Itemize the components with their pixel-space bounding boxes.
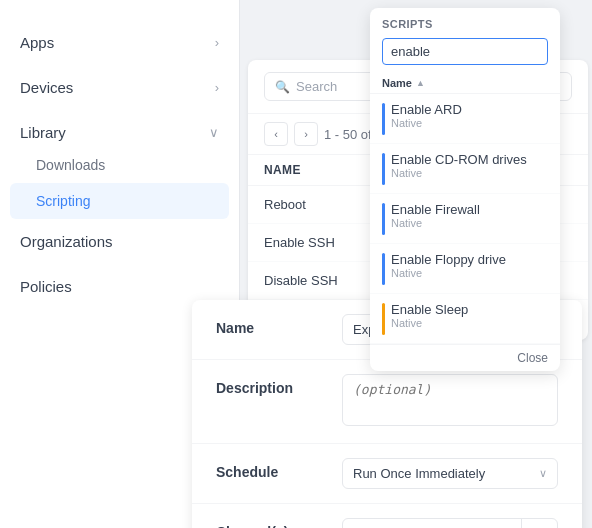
script-type: Native xyxy=(391,217,548,229)
form-label-schedule: Schedule xyxy=(216,458,326,480)
script-name: Enable Firewall xyxy=(391,202,548,217)
search-icon: 🔍 xyxy=(275,80,290,94)
pagination-info: 1 - 50 of xyxy=(324,127,372,142)
scripts-dropdown: Scripts Name ▲ Enable ARD Native Enable … xyxy=(370,8,560,371)
next-page-button[interactable]: › xyxy=(294,122,318,146)
sort-icon: ▲ xyxy=(416,78,425,88)
sidebar-item-apps[interactable]: Apps › xyxy=(0,20,239,65)
sidebar-item-apps-label: Apps xyxy=(20,34,54,51)
script-accent xyxy=(382,303,385,335)
sidebar-item-library-label: Library xyxy=(20,124,66,141)
script-name: Enable ARD xyxy=(391,102,548,117)
script-accent xyxy=(382,203,385,235)
script-accent xyxy=(382,253,385,285)
scripts-close-button[interactable]: Close xyxy=(370,344,560,371)
script-list-item[interactable]: Enable Floppy drive Native xyxy=(370,244,560,294)
scripts-col-header: Name ▲ xyxy=(370,73,560,94)
scripts-dropdown-title: Scripts xyxy=(370,8,560,34)
prev-page-button[interactable]: ‹ xyxy=(264,122,288,146)
chevron-right-icon: › xyxy=(215,35,219,50)
form-row-channels: Channel(s) Select Multiple... ∨ xyxy=(192,504,582,528)
channels-select[interactable]: Select Multiple... ∨ xyxy=(342,518,558,528)
sidebar-item-devices[interactable]: Devices › xyxy=(0,65,239,110)
script-list-item[interactable]: Enable Sleep Native xyxy=(370,294,560,344)
scripts-search-input[interactable] xyxy=(382,38,548,65)
sidebar-item-scripting-label: Scripting xyxy=(36,193,90,209)
sidebar-item-devices-label: Devices xyxy=(20,79,73,96)
script-accent xyxy=(382,153,385,185)
form-label-channels: Channel(s) xyxy=(216,518,326,528)
sidebar-item-library[interactable]: Library ∨ xyxy=(0,110,239,147)
sidebar-item-organizations-label: Organizations xyxy=(20,233,113,250)
script-name: Enable CD-ROM drives xyxy=(391,152,548,167)
script-type: Native xyxy=(391,317,548,329)
script-list-item[interactable]: Enable CD-ROM drives Native xyxy=(370,144,560,194)
sidebar-item-downloads[interactable]: Downloads xyxy=(0,147,239,183)
form-control-schedule: Run Once Immediately ∨ xyxy=(342,458,558,489)
scripts-list: Enable ARD Native Enable CD-ROM drives N… xyxy=(370,94,560,344)
form-control-description xyxy=(342,374,558,429)
script-type: Native xyxy=(391,167,548,179)
script-list-item[interactable]: Enable ARD Native xyxy=(370,94,560,144)
chevron-right-icon: › xyxy=(215,80,219,95)
form-label-description: Description xyxy=(216,374,326,396)
sidebar-item-downloads-label: Downloads xyxy=(36,157,105,173)
sidebar-item-policies-label: Policies xyxy=(20,278,72,295)
sidebar-item-organizations[interactable]: Organizations xyxy=(0,219,239,264)
script-name: Enable Sleep xyxy=(391,302,548,317)
schedule-value: Run Once Immediately xyxy=(353,466,485,481)
form-row-description: Description xyxy=(192,360,582,444)
script-name: Enable Floppy drive xyxy=(391,252,548,267)
script-type: Native xyxy=(391,117,548,129)
channels-placeholder: Select Multiple... xyxy=(343,520,521,529)
description-input[interactable] xyxy=(342,374,558,426)
schedule-select[interactable]: Run Once Immediately ∨ xyxy=(342,458,558,489)
form-control-channels: Select Multiple... ∨ xyxy=(342,518,558,528)
channels-dropdown-button[interactable]: ∨ xyxy=(521,519,557,528)
script-type: Native xyxy=(391,267,548,279)
form-row-schedule: Schedule Run Once Immediately ∨ xyxy=(192,444,582,504)
script-list-item[interactable]: Enable Firewall Native xyxy=(370,194,560,244)
sidebar-item-scripting[interactable]: Scripting xyxy=(10,183,229,219)
chevron-down-icon: ∨ xyxy=(539,467,547,480)
form-label-name: Name xyxy=(216,314,326,336)
search-placeholder: Search xyxy=(296,79,337,94)
chevron-down-icon: ∨ xyxy=(209,125,219,140)
script-accent xyxy=(382,103,385,135)
